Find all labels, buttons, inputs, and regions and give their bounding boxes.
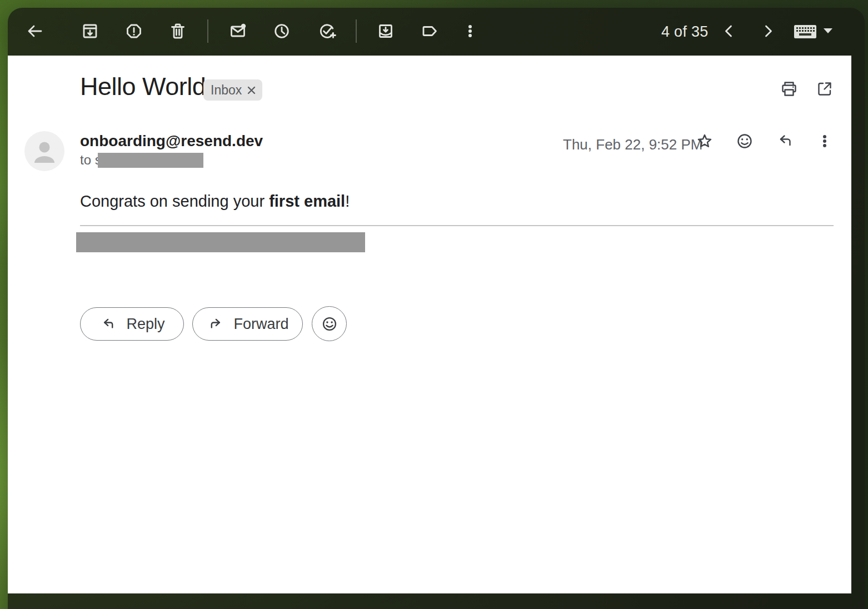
- email-body: Congrats on sending your first email!: [80, 191, 350, 211]
- older-email-button[interactable]: [755, 18, 781, 44]
- snooze-button[interactable]: [268, 18, 295, 44]
- chevron-right-icon: [757, 20, 779, 42]
- open-in-new-button[interactable]: [811, 76, 838, 103]
- email-date: Thu, Feb 22, 9:52 PM: [563, 136, 702, 153]
- star-button[interactable]: [691, 128, 718, 155]
- move-to-button[interactable]: [372, 18, 399, 44]
- archive-icon: [79, 20, 101, 42]
- move-to-icon: [375, 20, 397, 42]
- add-to-tasks-button[interactable]: [313, 18, 340, 44]
- keyboard-icon: [792, 19, 818, 43]
- chip-label: Inbox: [211, 83, 242, 98]
- reply-arrow-icon: [774, 130, 796, 154]
- toolbar-divider: [207, 19, 208, 43]
- pagination-counter: 4 of 35: [661, 8, 709, 56]
- gmail-window: 4 of 35 Hello World Inbox: [8, 8, 865, 609]
- forward-button-label: Forward: [233, 316, 288, 333]
- label-icon: [418, 20, 441, 42]
- report-spam-button[interactable]: [121, 18, 147, 44]
- reply-button[interactable]: Reply: [80, 307, 184, 341]
- reply-icon-button[interactable]: [772, 128, 799, 155]
- recipient-line[interactable]: to s: [80, 152, 203, 168]
- reply-arrow-icon: [99, 315, 118, 333]
- report-spam-icon: [123, 20, 145, 42]
- email-pane: Hello World Inbox onboarding@resend.dev …: [8, 56, 851, 593]
- newer-email-button[interactable]: [716, 18, 742, 44]
- emoji-icon: [734, 130, 756, 154]
- emoji-reaction-button[interactable]: [731, 128, 758, 155]
- labels-button[interactable]: [416, 18, 443, 44]
- forward-arrow-icon: [206, 315, 225, 333]
- print-button[interactable]: [776, 76, 802, 103]
- chevron-left-icon: [718, 20, 740, 42]
- reply-button-label: Reply: [126, 316, 164, 333]
- more-vert-icon: [814, 130, 836, 154]
- inbox-label-chip[interactable]: Inbox: [203, 79, 262, 101]
- forward-button[interactable]: Forward: [192, 307, 303, 341]
- more-button[interactable]: [457, 18, 483, 44]
- open-in-new-icon: [814, 78, 836, 102]
- sender-avatar[interactable]: [24, 131, 64, 171]
- email-toolbar: 4 of 35: [8, 8, 865, 56]
- mark-unread-icon: [227, 20, 249, 42]
- star-icon: [694, 130, 716, 154]
- body-text-prefix: Congrats on sending your: [80, 192, 269, 210]
- body-divider: [80, 225, 834, 226]
- trash-icon: [167, 20, 189, 42]
- redacted-recipient: [98, 153, 203, 168]
- chip-remove-icon[interactable]: [247, 86, 256, 95]
- add-to-tasks-icon: [316, 20, 338, 42]
- toolbar-divider: [356, 19, 357, 43]
- smiley-icon: [319, 313, 340, 335]
- archive-button[interactable]: [77, 18, 103, 44]
- more-vert-icon: [459, 20, 481, 42]
- body-text-bold: first email: [269, 192, 345, 210]
- print-icon: [778, 78, 800, 102]
- dropdown-arrow-icon: [823, 27, 833, 36]
- snooze-clock-icon: [271, 20, 293, 42]
- redacted-content: [76, 232, 365, 252]
- mark-unread-button[interactable]: [225, 18, 251, 44]
- more-options-button[interactable]: [811, 128, 838, 155]
- back-arrow-icon: [23, 20, 46, 42]
- back-button[interactable]: [21, 18, 48, 44]
- emoji-button[interactable]: [312, 306, 347, 341]
- delete-button[interactable]: [164, 18, 191, 44]
- body-text-suffix: !: [345, 192, 350, 210]
- sender-email[interactable]: onboarding@resend.dev: [80, 132, 263, 150]
- email-subject: Hello World: [80, 72, 206, 101]
- input-tools-button[interactable]: [792, 18, 839, 44]
